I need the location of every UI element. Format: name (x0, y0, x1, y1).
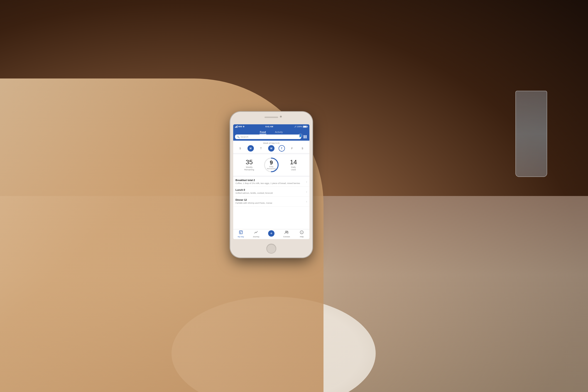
help-label: Help (300, 236, 304, 238)
myday-label: My Day (238, 236, 244, 238)
connect-icon (284, 230, 288, 235)
day-friday[interactable]: F (289, 145, 295, 152)
daily-remaining-value: 9 (267, 160, 276, 166)
daily-used: 14 DailyUsed (279, 159, 308, 171)
day-monday[interactable]: M (248, 145, 254, 152)
tab-activity[interactable]: Activity (270, 130, 288, 134)
svg-point-15 (287, 231, 288, 232)
phone-device: WW ⊜ 9:41 AM ⎇ 100% Food Activity 👤 (230, 112, 312, 257)
phone-speaker (264, 116, 278, 118)
weekly-remaining-value: 35 (235, 159, 264, 166)
dinner-item[interactable]: Dinner 12 Farfalle with Shrimp and Pesto… (233, 197, 310, 206)
svg-point-14 (286, 231, 287, 232)
search-placeholder: Search (240, 136, 248, 138)
dinner-title: Dinner 12 (236, 198, 306, 201)
tab-food[interactable]: Food (255, 130, 270, 134)
breakfast-title: Breakfast total 2 (236, 179, 306, 182)
svg-rect-10 (241, 230, 242, 232)
status-left: WW ⊜ (235, 126, 244, 128)
svg-rect-0 (304, 135, 304, 138)
breakfast-items: Coffee, 1 tbsp of 2% milk, two eggs, 1 p… (236, 182, 306, 185)
glass-decoration (516, 91, 547, 177)
status-time: 9:41 AM (266, 126, 273, 128)
weekly-remaining: 35 WeeklyRemaining (235, 159, 264, 171)
svg-rect-9 (240, 230, 240, 232)
daily-used-value: 14 (279, 159, 308, 166)
weekly-remaining-label: WeeklyRemaining (235, 166, 264, 171)
status-bar: WW ⊜ 9:41 AM ⎇ 100% (233, 124, 310, 129)
help-icon: ? (300, 230, 304, 235)
meal-list: Breakfast total 2 Coffee, 1 tbsp of 2% m… (233, 177, 310, 229)
points-tracker: 35 WeeklyRemaining 9 DailyRemaining (233, 154, 310, 176)
connect-label: Connect (283, 236, 290, 238)
week-selector: Week of Sep 9-15 S M T W (233, 141, 310, 153)
day-wednesday[interactable]: W (268, 145, 274, 152)
breakfast-item[interactable]: Breakfast total 2 Coffee, 1 tbsp of 2% m… (233, 177, 310, 187)
signal-bars-icon (235, 126, 238, 128)
carrier-label: WW (238, 126, 242, 128)
svg-rect-11 (239, 232, 242, 232)
wifi-icon: ⊜ (243, 126, 244, 128)
battery-percent: 100% (297, 126, 302, 128)
bluetooth-icon: ⎇ (294, 126, 296, 128)
lunch-left: Lunch 0 Grilled salmon, lentils, cooked,… (236, 188, 306, 194)
dinner-chevron-icon: › (306, 200, 307, 203)
profile-icon[interactable]: 👤 (298, 134, 302, 138)
day-tuesday[interactable]: T (258, 145, 264, 152)
breakfast-left: Breakfast total 2 Coffee, 1 tbsp of 2% m… (236, 179, 306, 185)
nav-journey[interactable]: Journey (250, 230, 262, 238)
svg-rect-5 (306, 135, 307, 138)
phone-home-button[interactable] (266, 244, 276, 254)
bottom-nav: 5 My Day Journey (233, 229, 310, 239)
svg-rect-1 (304, 135, 304, 138)
day-thursday[interactable]: T (278, 145, 285, 152)
lunch-title: Lunch 0 (236, 188, 306, 191)
status-right: ⎇ 100% (294, 126, 308, 128)
week-days: S M T W T (235, 145, 308, 152)
nav-connect[interactable]: Connect (281, 230, 292, 238)
phone-screen: WW ⊜ 9:41 AM ⎇ 100% Food Activity 👤 (233, 124, 310, 239)
journey-icon (254, 230, 258, 235)
barcode-icon[interactable] (302, 134, 308, 139)
daily-remaining-circle: 9 DailyRemaining (264, 157, 279, 173)
search-bar[interactable]: 🔍 Search (235, 134, 301, 139)
daily-used-label: DailyUsed (279, 166, 308, 171)
circle-center: 9 DailyRemaining (267, 160, 276, 170)
journey-label: Journey (253, 236, 259, 238)
nav-tabs-bar: Food Activity 👤 (233, 129, 310, 134)
nav-add[interactable]: + (266, 230, 277, 238)
nav-help[interactable]: ? Help (296, 230, 308, 238)
nav-myday[interactable]: 5 My Day (235, 230, 246, 238)
day-saturday[interactable]: S (299, 145, 306, 152)
myday-icon: 5 (239, 230, 243, 235)
svg-rect-4 (306, 135, 306, 138)
dinner-items: Farfalle with Shrimp and Pesto, Cense (236, 202, 306, 204)
svg-rect-3 (305, 135, 306, 138)
daily-remaining-label: DailyRemaining (267, 166, 276, 170)
main-content: Week of Sep 9-15 S M T W (233, 141, 310, 239)
day-sunday[interactable]: S (237, 145, 244, 152)
breakfast-chevron-icon: › (306, 180, 307, 184)
dinner-left: Dinner 12 Farfalle with Shrimp and Pesto… (236, 198, 306, 204)
lunch-item[interactable]: Lunch 0 Grilled salmon, lentils, cooked,… (233, 187, 310, 196)
phone-camera (280, 116, 282, 118)
lunch-items: Grilled salmon, lentils, cooked, broccol… (236, 192, 306, 194)
add-button-icon[interactable]: + (268, 230, 274, 236)
svg-rect-2 (305, 135, 305, 138)
week-label: Week of Sep 9-15 (235, 142, 308, 144)
battery-icon (303, 126, 308, 128)
search-icon: 🔍 (237, 136, 240, 138)
svg-text:?: ? (301, 232, 302, 234)
lunch-chevron-icon: › (306, 190, 307, 194)
phone-body: WW ⊜ 9:41 AM ⎇ 100% Food Activity 👤 (230, 112, 312, 257)
svg-text:5: 5 (240, 232, 241, 234)
